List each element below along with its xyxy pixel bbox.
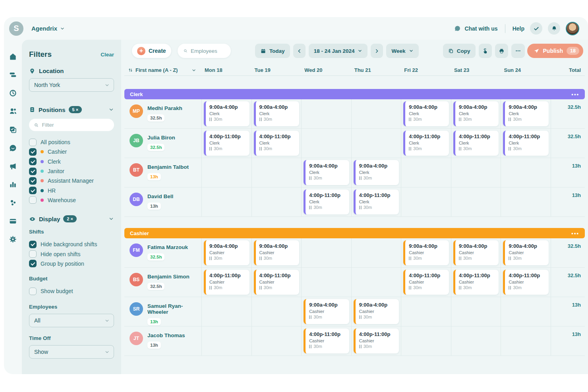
day-cell[interactable]: 4:00p-11:00pCashier30m xyxy=(202,268,252,297)
employee-cell[interactable]: FMFatima Marzouk32.5h xyxy=(124,238,202,267)
section-menu-button[interactable]: ••• xyxy=(571,91,579,97)
collapse-chevron-icon[interactable] xyxy=(108,216,114,222)
day-header[interactable]: Fri 22 xyxy=(401,67,451,73)
shift-display-option[interactable]: Hide open shifts xyxy=(29,249,114,259)
shift-card[interactable]: 4:00p-11:00pClerk30m xyxy=(304,189,349,214)
shift-card[interactable]: 9:00a-4:00pClerk30m xyxy=(354,160,399,185)
checkbox[interactable] xyxy=(29,177,37,185)
day-cell[interactable] xyxy=(451,297,501,326)
nav-billing-icon[interactable] xyxy=(8,216,18,226)
day-cell[interactable] xyxy=(501,158,551,187)
day-cell[interactable] xyxy=(202,187,252,216)
day-cell[interactable]: 9:00a-4:00pClerk30m xyxy=(401,99,451,128)
company-logo[interactable]: S xyxy=(9,21,23,36)
drag-mode-button[interactable] xyxy=(479,44,492,58)
org-switcher[interactable]: Agendrix xyxy=(31,25,65,32)
shift-display-option[interactable]: Group by position xyxy=(29,259,114,268)
shift-card[interactable]: 9:00a-4:00pClerk30m xyxy=(204,101,250,126)
day-cell[interactable] xyxy=(501,187,551,216)
employee-cell[interactable]: MPMedhi Parakh32.5h xyxy=(124,99,202,128)
shift-card[interactable]: 4:00p-11:00pClerk30m xyxy=(204,131,250,156)
view-mode-button[interactable]: Week xyxy=(386,44,418,58)
day-cell[interactable]: 9:00a-4:00pCashier30m xyxy=(501,238,551,267)
day-cell[interactable]: 4:00p-11:00pCashier30m xyxy=(302,326,352,355)
shift-card[interactable]: 9:00a-4:00pClerk30m xyxy=(403,101,449,126)
day-cell[interactable]: 9:00a-4:00pClerk30m xyxy=(451,99,501,128)
day-cell[interactable]: 4:00p-11:00pCashier30m xyxy=(501,268,551,297)
day-cell[interactable] xyxy=(352,129,402,158)
day-cell[interactable] xyxy=(302,268,352,297)
checkbox[interactable] xyxy=(29,288,37,295)
clear-filters-button[interactable]: Clear xyxy=(101,52,114,58)
day-cell[interactable]: 9:00a-4:00pCashier30m xyxy=(352,297,402,326)
day-cell[interactable]: 4:00p-11:00pClerk30m xyxy=(501,129,551,158)
position-option[interactable]: Clerk xyxy=(29,157,114,166)
shift-card[interactable]: 9:00a-4:00pCashier30m xyxy=(354,299,399,324)
create-button[interactable]: + Create xyxy=(132,44,171,58)
day-cell[interactable]: 4:00p-11:00pCashier30m xyxy=(352,326,402,355)
day-cell[interactable] xyxy=(352,99,402,128)
shift-card[interactable]: 4:00p-11:00pClerk30m xyxy=(403,131,449,156)
day-cell[interactable] xyxy=(401,187,451,216)
day-cell[interactable] xyxy=(252,187,302,216)
checkbox[interactable] xyxy=(29,250,37,258)
publish-button[interactable]: Publish 18 xyxy=(527,44,583,58)
nav-org-icon[interactable] xyxy=(8,198,18,207)
shift-card[interactable]: 4:00p-11:00pClerk30m xyxy=(453,131,499,156)
position-option[interactable]: Assistant Manager xyxy=(29,176,114,185)
day-cell[interactable] xyxy=(302,99,352,128)
notifications-button[interactable] xyxy=(548,22,560,35)
day-cell[interactable]: 4:00p-11:00pClerk30m xyxy=(401,129,451,158)
employee-search-field[interactable] xyxy=(178,44,231,58)
checkbox[interactable] xyxy=(29,260,37,267)
tasks-done-button[interactable] xyxy=(530,22,542,35)
day-cell[interactable] xyxy=(302,238,352,267)
day-cell[interactable] xyxy=(451,187,501,216)
day-header[interactable]: Mon 18 xyxy=(202,67,252,73)
budget-display-option[interactable]: Show budget xyxy=(29,286,114,296)
day-cell[interactable] xyxy=(302,129,352,158)
nav-home-icon[interactable] xyxy=(8,52,18,61)
day-cell[interactable] xyxy=(501,326,551,355)
nav-reports-icon[interactable] xyxy=(8,180,18,189)
day-cell[interactable]: 9:00a-4:00pClerk30m xyxy=(501,99,551,128)
sort-by-name-header[interactable]: First name (A - Z) xyxy=(124,67,202,73)
chat-with-us-button[interactable]: Chat with us xyxy=(454,25,497,32)
nav-people-icon[interactable] xyxy=(8,106,18,116)
day-cell[interactable]: 9:00a-4:00pCashier30m xyxy=(202,238,252,267)
shift-card[interactable]: 4:00p-11:00pCashier30m xyxy=(204,270,250,295)
day-cell[interactable] xyxy=(501,297,551,326)
day-header[interactable]: Sun 24 xyxy=(501,67,551,73)
position-option[interactable]: Warehouse xyxy=(29,195,114,205)
day-cell[interactable] xyxy=(451,326,501,355)
positions-filter-input[interactable] xyxy=(42,122,109,128)
day-cell[interactable]: 9:00a-4:00pClerk30m xyxy=(202,99,252,128)
day-cell[interactable] xyxy=(352,268,402,297)
shift-card[interactable]: 4:00p-11:00pCashier30m xyxy=(503,270,549,295)
day-cell[interactable]: 4:00p-11:00pClerk30m xyxy=(202,129,252,158)
day-cell[interactable]: 4:00p-11:00pCashier30m xyxy=(401,268,451,297)
day-cell[interactable]: 4:00p-11:00pCashier30m xyxy=(451,268,501,297)
day-cell[interactable]: 4:00p-11:00pClerk30m xyxy=(252,129,302,158)
position-option[interactable]: All positions xyxy=(29,137,114,147)
shift-card[interactable]: 4:00p-11:00pClerk30m xyxy=(354,189,399,214)
day-cell[interactable]: 9:00a-4:00pCashier30m xyxy=(401,238,451,267)
day-cell[interactable] xyxy=(202,326,252,355)
employee-cell[interactable]: DBDavid Bell13h xyxy=(124,187,202,216)
shift-card[interactable]: 9:00a-4:00pCashier30m xyxy=(453,240,499,265)
positions-count-badge[interactable]: 5 × xyxy=(69,106,82,113)
day-cell[interactable]: 9:00a-4:00pCashier30m xyxy=(252,238,302,267)
print-button[interactable] xyxy=(495,44,508,58)
day-header[interactable]: Thu 21 xyxy=(352,67,402,73)
day-cell[interactable] xyxy=(401,326,451,355)
section-menu-button[interactable]: ••• xyxy=(571,230,579,236)
checkbox[interactable] xyxy=(29,196,37,204)
day-cell[interactable]: 9:00a-4:00pClerk30m xyxy=(252,99,302,128)
nav-schedule-icon[interactable] xyxy=(8,70,18,79)
shift-card[interactable]: 9:00a-4:00pCashier30m xyxy=(403,240,449,265)
day-cell[interactable]: 9:00a-4:00pClerk30m xyxy=(352,158,402,187)
employee-cell[interactable]: BSBenjamin Simon32.5h xyxy=(124,268,202,297)
display-count-badge[interactable]: 2 × xyxy=(63,215,77,222)
prev-week-button[interactable] xyxy=(293,44,306,58)
nav-announcements-icon[interactable] xyxy=(8,161,18,171)
